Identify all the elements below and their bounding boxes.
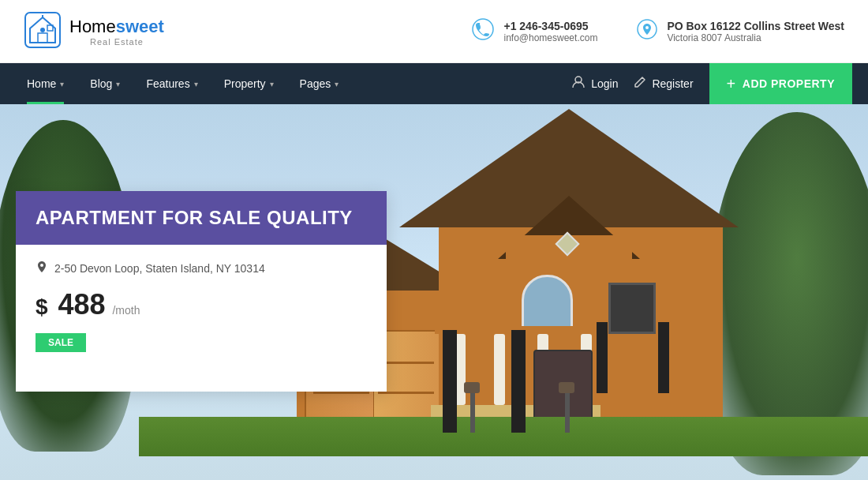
nav-item-pages[interactable]: Pages ▾ bbox=[289, 63, 350, 104]
login-button[interactable]: Login bbox=[571, 75, 618, 92]
contact-address-text: PO Box 16122 Collins Street West Victori… bbox=[667, 20, 844, 43]
user-icon bbox=[571, 75, 586, 92]
phone-icon bbox=[472, 18, 494, 45]
logo[interactable]: Homesweet Real Estate bbox=[24, 11, 164, 52]
lawn bbox=[139, 417, 868, 456]
map-pin-icon bbox=[36, 261, 48, 276]
plus-icon: + bbox=[727, 75, 736, 93]
email-address: info@homesweet.com bbox=[503, 32, 597, 43]
address-line2: Victoria 8007 Australia bbox=[667, 32, 844, 43]
window-arched bbox=[522, 275, 573, 334]
lamp-post-left bbox=[470, 393, 475, 433]
chevron-down-icon: ▾ bbox=[116, 80, 120, 88]
price-symbol: $ bbox=[36, 294, 48, 319]
logo-icon bbox=[24, 11, 62, 52]
top-bar: Homesweet Real Estate +1 246-345-0695 in… bbox=[0, 0, 868, 63]
chevron-down-icon: ▾ bbox=[270, 80, 274, 88]
property-location: 2-50 Devon Loop, Staten Island, NY 10314 bbox=[36, 261, 367, 276]
chevron-down-icon: ▾ bbox=[60, 80, 64, 88]
logo-brand: Homesweet bbox=[69, 17, 164, 37]
shutter-right1 bbox=[511, 330, 526, 433]
chevron-down-icon: ▾ bbox=[194, 80, 198, 88]
lamp-head-left bbox=[464, 382, 480, 393]
svg-point-3 bbox=[40, 28, 45, 32]
price-amount: 488 bbox=[58, 288, 105, 321]
contact-info: +1 246-345-0695 info@homesweet.com PO Bo… bbox=[472, 18, 844, 45]
porch-col2 bbox=[494, 334, 505, 405]
svg-rect-2 bbox=[38, 33, 47, 43]
location-text: 2-50 Devon Loop, Staten Island, NY 10314 bbox=[54, 262, 265, 275]
logo-subtitle: Real Estate bbox=[69, 37, 164, 47]
nav-item-blog[interactable]: Blog ▾ bbox=[79, 63, 131, 104]
logo-text: Homesweet Real Estate bbox=[69, 17, 164, 47]
lamp-head-right bbox=[559, 382, 574, 393]
shutter-left1 bbox=[443, 330, 457, 433]
nav-right: Login Register + ADD PROPERTY bbox=[571, 63, 852, 104]
location-icon bbox=[637, 19, 657, 44]
nav-item-property[interactable]: Property ▾ bbox=[213, 63, 285, 104]
window-rect bbox=[608, 283, 656, 334]
address-line1: PO Box 16122 Collins Street West bbox=[667, 20, 844, 32]
add-property-button[interactable]: + ADD PROPERTY bbox=[709, 63, 852, 104]
nav-item-home[interactable]: Home ▾ bbox=[16, 63, 75, 104]
contact-address-item: PO Box 16122 Collins Street West Victori… bbox=[637, 19, 844, 44]
contact-phone-text: +1 246-345-0695 info@homesweet.com bbox=[503, 20, 597, 43]
hero-section: APARTMENT FOR SALE QUALITY 2-50 Devon Lo… bbox=[0, 104, 868, 480]
nav-left: Home ▾ Blog ▾ Features ▾ Property ▾ Page… bbox=[16, 63, 350, 104]
property-price: $ 488 /moth bbox=[36, 288, 367, 321]
price-period: /moth bbox=[112, 304, 140, 317]
phone-number: +1 246-345-0695 bbox=[503, 20, 597, 32]
sale-badge[interactable]: SALE bbox=[36, 333, 86, 352]
navbar: Home ▾ Blog ▾ Features ▾ Property ▾ Page… bbox=[0, 63, 868, 104]
lamp-post-right bbox=[565, 393, 570, 433]
shutter-right2 bbox=[658, 322, 669, 393]
edit-icon bbox=[634, 76, 646, 92]
register-button[interactable]: Register bbox=[634, 76, 693, 92]
nav-item-features[interactable]: Features ▾ bbox=[135, 63, 208, 104]
hero-card-title: APARTMENT FOR SALE QUALITY bbox=[16, 191, 387, 245]
chevron-down-icon: ▾ bbox=[335, 80, 339, 88]
contact-phone-item: +1 246-345-0695 info@homesweet.com bbox=[472, 18, 597, 45]
hero-card-body: 2-50 Devon Loop, Staten Island, NY 10314… bbox=[16, 245, 387, 368]
svg-point-6 bbox=[473, 19, 493, 39]
hero-card: APARTMENT FOR SALE QUALITY 2-50 Devon Lo… bbox=[16, 191, 387, 392]
shutter-left2 bbox=[597, 322, 608, 393]
